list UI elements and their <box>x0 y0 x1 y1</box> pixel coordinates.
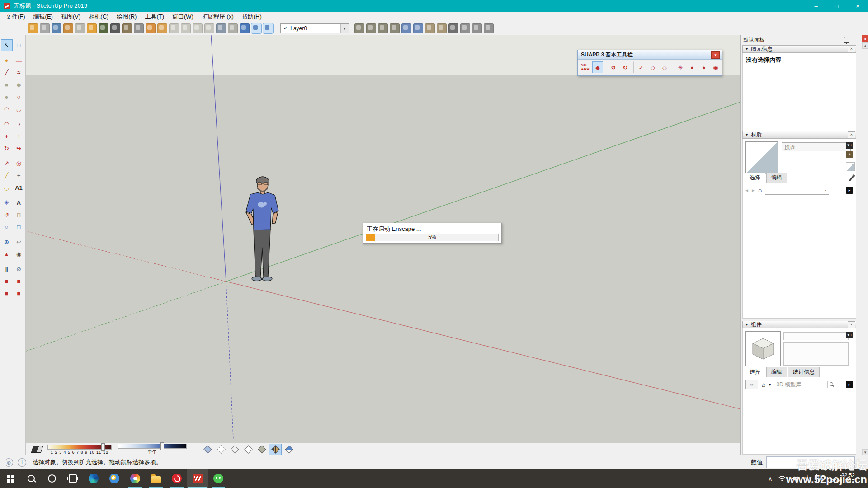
zoom-window-tool[interactable]: □ <box>13 221 25 233</box>
zoom-tool[interactable]: ○ <box>1 221 13 233</box>
swap-component-icon[interactable] <box>413 23 423 33</box>
polygon-tool[interactable]: ○ <box>13 91 25 103</box>
follow-me-tool[interactable]: ↪ <box>13 142 25 154</box>
menu-item[interactable]: 帮助(H) <box>238 12 266 22</box>
components-header[interactable]: ▼ 组件 × <box>742 321 856 328</box>
start-button[interactable] <box>0 469 21 488</box>
eyedropper-icon[interactable] <box>849 176 854 182</box>
shadow-month-slider[interactable]: 1 2 3 4 5 6 7 8 9 10 11 12 <box>47 445 112 455</box>
components-tab[interactable]: 选择 <box>745 367 765 377</box>
collapse-icon[interactable]: ▼ <box>745 323 749 327</box>
taskbar-clock[interactable]: 22:52 2021/1/17 <box>831 472 855 485</box>
instructor-icon[interactable] <box>157 23 167 33</box>
components-close-icon[interactable]: × <box>848 321 855 328</box>
eraser-tool[interactable]: ▬ <box>13 54 25 66</box>
suapp-toolbar-titlebar[interactable]: SUAPP 3 基本工具栏 x <box>578 50 722 60</box>
arc-tool[interactable]: ◡ <box>13 103 25 115</box>
materials-tab[interactable]: 选择 <box>745 173 765 183</box>
undo-icon[interactable] <box>40 23 50 33</box>
panel-close-button[interactable]: x <box>862 35 868 42</box>
wifi-icon[interactable] <box>778 475 786 482</box>
axes-tool[interactable]: ✳ <box>1 197 13 208</box>
suapp-logo-icon[interactable]: SU APP <box>580 61 591 73</box>
rotate-tool[interactable]: ↻ <box>1 142 13 154</box>
sketchup-icon[interactable] <box>187 469 208 488</box>
ime-pinyin-icon[interactable]: 拼 <box>816 474 825 483</box>
announce-icon[interactable] <box>122 23 132 33</box>
back-arrow-icon[interactable]: ◂ <box>745 187 748 193</box>
default-material-swatch[interactable] <box>846 162 855 171</box>
chevron-down-icon[interactable]: ▾ <box>340 24 349 33</box>
screenshot-icon[interactable] <box>75 23 85 33</box>
measurement-input[interactable] <box>766 456 855 468</box>
geolocation-globe-icon[interactable] <box>216 23 226 33</box>
suapp-close-button[interactable]: x <box>711 51 720 59</box>
geolocation-status-icon[interactable]: ◎ <box>5 458 13 467</box>
move-tool[interactable]: + <box>1 130 13 142</box>
material-preview[interactable] <box>745 141 778 174</box>
menu-item[interactable]: 文件(F) <box>2 12 29 22</box>
show-desktop-button[interactable] <box>863 469 865 488</box>
secondary-pane-icon[interactable]: ▼+ <box>846 142 853 149</box>
orbit-tool[interactable]: ↺ <box>1 209 13 221</box>
suapp-sphere2-icon[interactable]: ● <box>698 61 709 73</box>
extension-manager-icon[interactable] <box>99 23 108 33</box>
scale-tool[interactable]: ↗ <box>1 157 13 169</box>
make-group-icon[interactable] <box>390 23 400 33</box>
component-name-field[interactable] <box>783 332 849 340</box>
outliner-icon[interactable] <box>146 23 156 33</box>
speaker-icon[interactable] <box>792 475 799 482</box>
textured-style-icon[interactable] <box>269 444 282 455</box>
view-options-button[interactable]: ▪▪ <box>745 380 758 389</box>
previous-view-tool[interactable]: ↩ <box>13 236 25 248</box>
task-view-button[interactable] <box>62 469 83 488</box>
zoom-extents-tool[interactable]: ⊕ <box>1 236 13 248</box>
view-side-icon[interactable] <box>204 23 214 33</box>
wireframe-style-icon[interactable] <box>228 444 241 455</box>
help-info-icon[interactable]: i <box>18 458 26 467</box>
text-tool[interactable]: A1 <box>13 182 25 193</box>
colorful-browser-icon[interactable] <box>125 469 146 488</box>
components-tab[interactable]: 编辑 <box>766 367 787 377</box>
add-location-icon[interactable] <box>63 23 73 33</box>
settings-sliders-icon[interactable] <box>134 23 144 33</box>
suapp-panel-icon[interactable]: ◇ <box>647 61 658 73</box>
tape-measure-tool[interactable]: ╱ <box>1 169 13 181</box>
menu-item[interactable]: 编辑(E) <box>29 12 57 22</box>
hidden-line-style-icon[interactable] <box>242 444 255 455</box>
suapp-extensions-tool[interactable]: ■ <box>1 287 13 299</box>
line-tool[interactable]: ╱ <box>1 66 13 78</box>
scroll-down-icon[interactable]: ▼ <box>862 449 868 455</box>
suapp-check-icon[interactable]: ✓ <box>633 61 646 73</box>
back-edges-style-icon[interactable] <box>215 444 227 455</box>
push-pull-tool[interactable]: ↑ <box>13 130 25 142</box>
chevron-down-icon[interactable]: ▼ <box>768 383 771 386</box>
component-description-field[interactable] <box>783 342 849 366</box>
shaded-style-icon[interactable] <box>255 444 268 455</box>
flat-roof-icon[interactable] <box>484 23 494 33</box>
circle-tool[interactable]: ● <box>1 91 13 103</box>
section-plane-tool[interactable]: ⊘ <box>13 263 25 275</box>
make-component-tool[interactable]: □ <box>13 39 25 51</box>
model-info-icon[interactable] <box>28 23 38 33</box>
suapp-rss-icon[interactable]: ◉ <box>710 61 721 73</box>
materials-header[interactable]: ▼ 材质 × <box>742 131 856 139</box>
material-name-field[interactable]: 预设 <box>782 142 851 151</box>
offset-tool[interactable]: ◎ <box>13 157 25 169</box>
maximize-button[interactable]: □ <box>826 0 847 12</box>
edit-group-icon[interactable] <box>366 23 376 33</box>
secondary-pane-icon[interactable]: ▼+ <box>846 332 853 338</box>
column-icon[interactable] <box>437 23 447 33</box>
shadow-dialog-icon[interactable] <box>31 446 43 453</box>
components-icon[interactable] <box>354 23 364 33</box>
tray-chevron-icon[interactable]: ∧ <box>768 475 773 482</box>
time-slider-handle[interactable] <box>160 442 164 450</box>
materials-tab[interactable]: 编辑 <box>766 173 787 183</box>
protractor-tool[interactable]: ◡ <box>1 182 13 193</box>
house-outline-icon[interactable] <box>472 23 482 33</box>
menu-item[interactable]: 扩展程序 (x) <box>198 12 238 22</box>
dimension-tool[interactable]: + <box>13 169 25 181</box>
home-icon[interactable] <box>448 23 458 33</box>
netease-music-icon[interactable] <box>166 469 187 488</box>
entity-info-header[interactable]: ▼ 图元信息 × <box>742 45 856 53</box>
